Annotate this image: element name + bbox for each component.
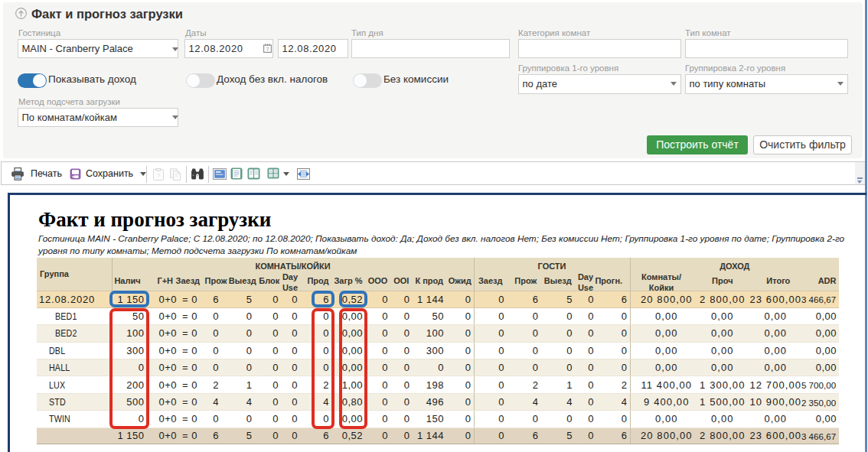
- svg-text:7: 7: [266, 47, 269, 52]
- svg-text:?: ?: [157, 172, 161, 179]
